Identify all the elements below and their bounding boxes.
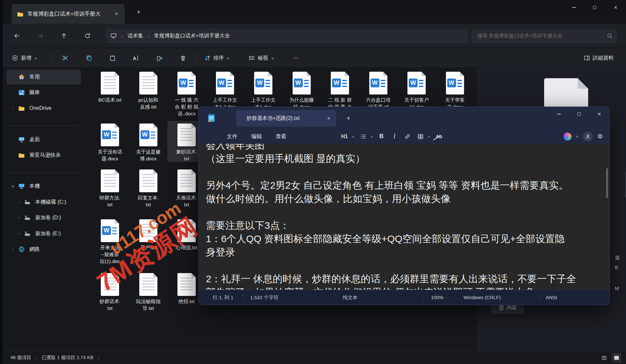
chevron-down-icon[interactable]: ∨	[9, 184, 17, 188]
share-icon	[156, 55, 163, 61]
tab-close-icon[interactable]: ✕	[325, 114, 333, 123]
chevron-down-icon[interactable]: ∨	[352, 135, 355, 138]
network-icon	[18, 246, 25, 253]
heading-button[interactable]: H1	[339, 131, 350, 142]
file-item[interactable]: 上手工作文本1.doc	[244, 69, 282, 110]
copilot-icon[interactable]	[564, 133, 572, 140]
copy-icon	[86, 55, 92, 61]
italic-button[interactable]: I	[389, 131, 400, 142]
menu-edit[interactable]: 编辑	[250, 133, 263, 140]
word-file-icon	[139, 124, 158, 146]
minimize-button[interactable]	[563, 0, 584, 15]
status-separator	[539, 294, 540, 301]
table-button[interactable]	[415, 131, 426, 142]
up-button[interactable]	[57, 29, 71, 43]
sidebar-item-onedrive[interactable]: ›OneDrive	[7, 101, 81, 116]
file-item[interactable]: 关于这是赌博.docx	[129, 121, 168, 162]
file-item[interactable]: pc认知和反感.txt	[129, 69, 168, 110]
back-button[interactable]	[10, 29, 24, 43]
maximize-button[interactable]	[569, 107, 589, 121]
file-item[interactable]: BC话术.txt	[91, 69, 129, 103]
menu-file[interactable]: 文件	[225, 133, 239, 140]
explorer-tab[interactable]: 常规博彩盘口话术+培训手册大 ✕	[12, 4, 125, 24]
chevron-right-icon[interactable]: ›	[10, 106, 16, 110]
bold-button[interactable]: B	[376, 131, 387, 142]
paste-button[interactable]	[106, 51, 119, 65]
menu-view[interactable]: 查看	[274, 133, 288, 140]
close-button[interactable]: ✕	[589, 107, 609, 121]
copy-button[interactable]	[83, 51, 96, 65]
new-tab-button[interactable]: +	[134, 7, 144, 17]
link-button[interactable]	[402, 131, 413, 142]
details-text-fragment: B	[615, 265, 618, 270]
monitor-icon[interactable]	[110, 33, 117, 39]
zoom-level[interactable]: 100%	[431, 290, 443, 305]
txt-file-icon	[101, 72, 119, 95]
txt-file-icon	[101, 169, 119, 192]
refresh-button[interactable]	[80, 29, 95, 43]
sidebar-item-e-drive[interactable]: ›新加卷 (E:)	[7, 226, 81, 241]
tab-close-icon[interactable]: ✕	[112, 10, 121, 18]
sidebar-item-gallery[interactable]: 圖庫	[7, 85, 81, 100]
list-button[interactable]	[358, 131, 369, 142]
new-button[interactable]: 新增 ∨	[8, 51, 40, 65]
sidebar-item-d-drive[interactable]: ›新加卷 (D:)	[7, 210, 81, 225]
notepad-new-tab-button[interactable]: +	[344, 113, 353, 123]
rename-button[interactable]: A	[130, 51, 141, 65]
content-button-label: 內容	[507, 305, 517, 311]
list-view-button[interactable]	[599, 353, 609, 363]
file-item[interactable]: 二 线 新 群炒 群 要 点	[321, 69, 359, 110]
file-item[interactable]: 关于带客户.docx	[436, 69, 474, 110]
file-item[interactable]: 玩法秘籍指导.txt	[129, 270, 168, 312]
file-item[interactable]: 六合盘口培训手册.rtf	[359, 69, 398, 110]
close-button[interactable]: ✕	[605, 0, 626, 15]
forward-button[interactable]	[33, 29, 48, 43]
more-button[interactable]: ⋯	[290, 51, 302, 65]
share-button[interactable]	[153, 51, 166, 65]
details-pane-button[interactable]: 詳細資料	[580, 51, 617, 65]
account-button[interactable]	[583, 132, 593, 141]
settings-gear-icon[interactable]: ⚙	[597, 133, 603, 140]
editor-scrollbar[interactable]	[606, 168, 608, 198]
view-button[interactable]: 檢視 ∨	[245, 51, 277, 65]
maximize-button[interactable]	[584, 0, 605, 15]
notepad-tab[interactable]: 炒群基本功+思路(2).txt ✕	[236, 110, 336, 126]
chevron-right-icon[interactable]: ›	[10, 247, 16, 251]
thumbnail-view-button[interactable]	[612, 353, 621, 363]
file-item[interactable]: 开户.txt	[129, 217, 168, 251]
chevron-right-icon[interactable]: ›	[16, 216, 22, 220]
chevron-right-icon[interactable]: ›	[16, 232, 22, 236]
clear-formatting-button[interactable]: Ab	[434, 131, 445, 142]
plus-circle-icon	[12, 55, 18, 61]
cut-button[interactable]	[59, 51, 72, 65]
sidebar-item-label: 常用	[29, 74, 40, 80]
editor-area[interactable]: 会入领年美图（这里一定要用手机截图 显的真实）另外4个号。定2男2女 自己设定角…	[199, 144, 609, 290]
search-box	[471, 29, 617, 43]
file-item[interactable]: 炒群话术.txt	[91, 270, 129, 312]
file-item[interactable]: 关于没有话题.docx	[91, 121, 129, 162]
search-icon[interactable]	[606, 33, 613, 39]
search-input[interactable]	[477, 33, 606, 39]
chevron-right-icon[interactable]: ›	[16, 200, 22, 204]
file-item[interactable]: 回复文本.txt	[129, 167, 168, 208]
delete-button[interactable]	[176, 51, 190, 65]
editor-line	[206, 205, 604, 219]
chevron-down-icon[interactable]: ∨	[428, 135, 431, 138]
file-item[interactable]: 开单大法--疑难杂症(1).doc	[91, 217, 129, 265]
sidebar-item-home[interactable]: 常用	[7, 69, 81, 84]
sort-button[interactable]: 排序 ∨	[201, 51, 233, 65]
sidebar-item-network[interactable]: ›網路	[7, 242, 81, 257]
breadcrumb-item[interactable]: 话术集	[128, 33, 143, 39]
sidebar-item-this-pc[interactable]: ∨本機	[7, 179, 81, 194]
breadcrumb-item-current[interactable]: 常规博彩盘口话术+培训手册大全	[154, 33, 230, 39]
file-item[interactable]: 为什么能赚钱.docx	[282, 69, 321, 110]
chevron-down-icon[interactable]: ∨	[370, 135, 373, 138]
chevron-down-icon[interactable]: ∨	[576, 135, 579, 138]
sidebar-item-huang-amazon[interactable]: 黄亚马逊快杀	[7, 148, 81, 163]
sidebar-item-desktop[interactable]: 桌面	[7, 132, 81, 147]
file-item[interactable]: 吵群方法.txt	[91, 167, 129, 208]
minimize-button[interactable]	[549, 107, 569, 121]
sidebar-item-c-drive[interactable]: ›本機磁碟 (C:)	[7, 195, 81, 210]
file-item[interactable]: 上手工作文本1.2.doc	[206, 69, 244, 110]
file-item[interactable]: 关于切客户(1).doc	[397, 69, 436, 110]
